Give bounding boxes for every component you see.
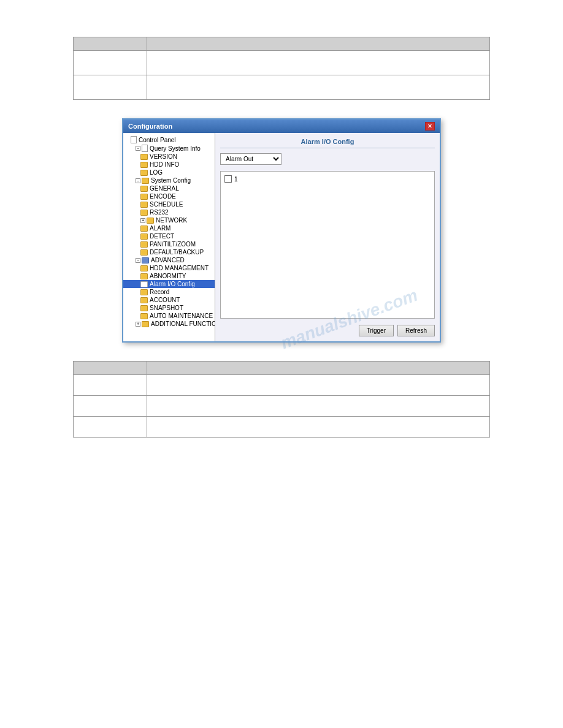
- tree-item-log[interactable]: LOG: [123, 169, 215, 176]
- tree-item-defaultbackup[interactable]: DEFAULT/BACKUP: [123, 248, 215, 256]
- bottom-table: [73, 361, 490, 438]
- bottom-table-cell-3-2: [147, 417, 489, 438]
- section-title: Alarm I/O Config: [220, 138, 435, 148]
- bottom-table-cell-1-1: [74, 375, 147, 396]
- folder-icon: [140, 313, 148, 319]
- dialog-close-button[interactable]: ✕: [425, 122, 435, 131]
- tree-item-querysysteminfo[interactable]: - Query System Info: [123, 144, 215, 153]
- top-table-row-2: [74, 75, 490, 100]
- folder-icon: [140, 265, 148, 271]
- folder-icon: [140, 186, 148, 192]
- checkbox-item-1: 1: [224, 175, 238, 183]
- expand-icon: -: [136, 146, 140, 151]
- folder-icon: [140, 154, 148, 160]
- dialog-wrapper: Configuration ✕ Control Panel -: [0, 118, 563, 343]
- bottom-table-header-row: [74, 362, 490, 375]
- tree-item-version[interactable]: VERSION: [123, 153, 215, 161]
- top-table-header-col1: [74, 37, 147, 51]
- top-table-row-1: [74, 51, 490, 75]
- folder-icon: [147, 218, 154, 224]
- folder-icon: [140, 210, 148, 216]
- top-table-cell-1-1: [74, 51, 147, 75]
- folder-icon: [140, 162, 148, 168]
- bottom-table-cell-3-1: [74, 417, 147, 438]
- dialog-title: Configuration: [128, 123, 172, 130]
- tree-item-encode[interactable]: ENCODE: [123, 192, 215, 200]
- tree-item-record[interactable]: Record: [123, 288, 215, 296]
- tree-item-detect[interactable]: DETECT: [123, 232, 215, 240]
- folder-icon: [140, 170, 148, 176]
- expand-icon: +: [140, 218, 145, 223]
- folder-icon: [140, 305, 148, 311]
- top-table-header-row: [74, 37, 490, 51]
- top-table: [73, 37, 490, 100]
- expand-icon: -: [136, 178, 140, 183]
- tree-item-account[interactable]: ACCOUNT: [123, 296, 215, 304]
- bottom-table-header-col1: [74, 362, 147, 375]
- tree-item-snapshot[interactable]: SNAPSHOT: [123, 304, 215, 312]
- tree-item-schedule[interactable]: SCHEDULE: [123, 200, 215, 208]
- tree-item-network[interactable]: + NETWORK: [123, 216, 215, 224]
- configuration-dialog: Configuration ✕ Control Panel -: [122, 118, 441, 343]
- folder-icon: [140, 233, 148, 240]
- bottom-table-header-col2: [147, 362, 489, 375]
- alarm-checkbox-area: 1: [220, 171, 435, 319]
- folder-icon: [142, 178, 149, 184]
- expand-icon: +: [136, 322, 140, 327]
- top-table-cell-1-2: [147, 51, 489, 75]
- folder-icon: [140, 249, 148, 256]
- tree-panel: Control Panel - Query System Info VERSIO…: [123, 133, 215, 341]
- tree-item-systemconfig[interactable]: - System Config: [123, 176, 215, 184]
- folder-icon: [140, 297, 148, 303]
- tree-item-alarm[interactable]: ALARM: [123, 224, 215, 232]
- folder-icon: [140, 194, 148, 200]
- checkbox-label-1: 1: [234, 176, 238, 183]
- bottom-table-row-3: [74, 417, 490, 438]
- tree-item-abnormity[interactable]: ABNORMITY: [123, 272, 215, 280]
- folder-icon: [140, 241, 148, 248]
- alarm-out-select[interactable]: Alarm Out: [220, 153, 282, 165]
- folder-icon: [140, 226, 148, 232]
- page-icon: [131, 136, 137, 143]
- dialog-body: Control Panel - Query System Info VERSIO…: [123, 133, 440, 341]
- folder-icon: [140, 289, 148, 295]
- bottom-table-row-2: [74, 396, 490, 417]
- tree-item-hddinfo[interactable]: HDD INFO: [123, 161, 215, 169]
- folder-icon: [142, 321, 149, 327]
- tree-item-advanced[interactable]: - ADVANCED: [123, 256, 215, 264]
- folder-icon-blue: [142, 257, 149, 264]
- bottom-table-cell-2-1: [74, 396, 147, 417]
- trigger-button[interactable]: Trigger: [359, 325, 394, 336]
- bottom-table-cell-1-2: [147, 375, 489, 396]
- tree-item-general[interactable]: GENERAL: [123, 184, 215, 192]
- content-panel: Alarm I/O Config Alarm Out 1 Trigger Ref…: [215, 133, 440, 341]
- bottom-table-row-1: [74, 375, 490, 396]
- tree-item-controlpanel[interactable]: Control Panel: [123, 135, 215, 144]
- folder-icon: [140, 273, 148, 279]
- top-table-cell-2-2: [147, 75, 489, 100]
- tree-item-rs232[interactable]: RS232: [123, 208, 215, 216]
- dialog-titlebar: Configuration ✕: [123, 119, 440, 133]
- top-table-cell-2-1: [74, 75, 147, 100]
- expand-icon: -: [136, 258, 140, 263]
- refresh-button[interactable]: Refresh: [397, 325, 435, 336]
- tree-item-hddmanagement[interactable]: HDD MANAGEMENT: [123, 264, 215, 272]
- tree-item-automaintenance[interactable]: AUTO MAINTENANCE: [123, 312, 215, 320]
- top-table-header-col2: [147, 37, 489, 51]
- tree-item-additionalfunction[interactable]: + ADDITIONAL FUNCTION: [123, 320, 215, 328]
- tree-item-alarmioconfig[interactable]: Alarm I/O Config: [123, 280, 215, 288]
- page-icon: [142, 145, 148, 152]
- alarm-out-row: Alarm Out: [220, 153, 435, 165]
- tree-item-pantiiltzoom[interactable]: PAN/TILT/ZOOM: [123, 240, 215, 248]
- folder-icon: [140, 281, 148, 287]
- folder-icon: [140, 202, 148, 208]
- checkbox-1[interactable]: [224, 175, 232, 183]
- bottom-table-cell-2-2: [147, 396, 489, 417]
- bottom-buttons: Trigger Refresh: [220, 325, 435, 336]
